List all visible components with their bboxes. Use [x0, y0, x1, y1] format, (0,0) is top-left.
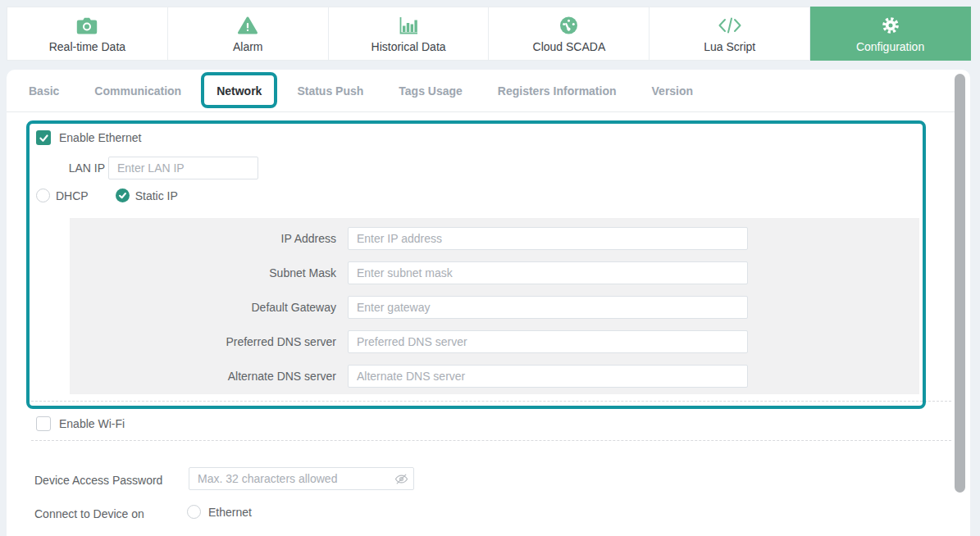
- enable-ethernet-checkbox[interactable]: [36, 130, 51, 145]
- tab-network[interactable]: Network: [217, 84, 262, 98]
- tab-communication[interactable]: Communication: [94, 84, 181, 98]
- configuration-tab-bar: Basic Communication Network Status Push …: [7, 70, 955, 112]
- nav-tab-label: Lua Script: [704, 40, 755, 53]
- default-gateway-row: Default Gateway: [70, 296, 919, 319]
- device-access-password-label: Device Access Password: [34, 474, 162, 487]
- preferred-dns-input[interactable]: [348, 330, 748, 353]
- enable-ethernet-label: Enable Ethernet: [59, 131, 141, 144]
- device-access-password-field: [189, 467, 414, 490]
- nav-tab-cloud-scada[interactable]: Cloud SCADA: [489, 7, 650, 61]
- tab-status-push[interactable]: Status Push: [297, 84, 363, 98]
- connect-to-device-radio-group: Ethernet: [187, 505, 252, 519]
- preferred-dns-row: Preferred DNS server: [70, 330, 919, 353]
- vertical-scrollbar[interactable]: [955, 74, 965, 493]
- tab-tags-usage[interactable]: Tags Usage: [399, 84, 463, 98]
- subnet-mask-row: Subnet Mask: [70, 261, 919, 284]
- gauge-icon: [558, 15, 579, 36]
- lan-ip-row: LAN IP: [36, 157, 258, 179]
- ethernet-connect-radio-label: Ethernet: [208, 506, 252, 519]
- ip-address-label: IP Address: [70, 232, 336, 245]
- device-access-password-input[interactable]: [189, 467, 414, 490]
- nav-tab-alarm[interactable]: Alarm: [168, 7, 329, 61]
- camera-icon: [76, 15, 98, 36]
- gear-icon: [881, 15, 900, 36]
- nav-tab-historical-data[interactable]: Historical Data: [329, 7, 490, 61]
- nav-tab-label: Real-time Data: [49, 40, 125, 53]
- section-divider: [31, 440, 951, 441]
- nav-tab-label: Historical Data: [371, 40, 446, 53]
- static-ip-radio[interactable]: [116, 189, 130, 202]
- bar-chart-icon: [398, 15, 419, 36]
- enable-wifi-label: Enable Wi-Fi: [59, 417, 125, 430]
- warning-triangle-icon: [237, 15, 258, 36]
- top-navigation: Real-time Data Alarm: [7, 7, 971, 61]
- nav-tab-label: Cloud SCADA: [533, 40, 606, 53]
- lan-ip-input[interactable]: [108, 157, 258, 179]
- enable-wifi-checkbox[interactable]: [36, 416, 51, 431]
- default-gateway-input[interactable]: [348, 296, 748, 319]
- tab-label: Network: [217, 84, 262, 98]
- ip-address-row: IP Address: [70, 227, 919, 250]
- ip-address-input[interactable]: [348, 227, 748, 250]
- nav-tab-lua-script[interactable]: Lua Script: [650, 7, 810, 61]
- nav-tab-configuration[interactable]: Configuration: [810, 7, 971, 61]
- checkmark-icon: [118, 191, 127, 200]
- lan-ip-label: LAN IP: [36, 161, 105, 175]
- subnet-mask-label: Subnet Mask: [70, 266, 336, 279]
- tab-version[interactable]: Version: [652, 84, 694, 98]
- alternate-dns-row: Alternate DNS server: [70, 365, 919, 388]
- nav-tab-label: Alarm: [233, 40, 263, 53]
- nav-tab-label: Configuration: [856, 40, 924, 53]
- section-divider: [31, 401, 951, 402]
- nav-tab-realtime-data[interactable]: Real-time Data: [7, 7, 168, 61]
- content-panel: Basic Communication Network Status Push …: [7, 70, 970, 536]
- tab-registers-information[interactable]: Registers Information: [498, 84, 617, 98]
- alternate-dns-input[interactable]: [348, 365, 748, 388]
- static-ip-settings-panel: IP Address Subnet Mask Default Gateway P…: [70, 218, 919, 394]
- default-gateway-label: Default Gateway: [70, 301, 336, 314]
- ethernet-connect-radio[interactable]: [187, 505, 201, 519]
- enable-wifi-row: Enable Wi-Fi: [36, 416, 125, 431]
- dhcp-radio[interactable]: [36, 189, 50, 202]
- enable-ethernet-row: Enable Ethernet: [36, 130, 141, 145]
- static-ip-radio-label: Static IP: [135, 189, 178, 202]
- eye-off-icon[interactable]: [394, 472, 408, 486]
- code-icon: [718, 15, 742, 36]
- subnet-mask-input[interactable]: [348, 261, 748, 284]
- tab-basic[interactable]: Basic: [29, 84, 59, 98]
- ip-mode-radio-group: DHCP Static IP: [36, 189, 178, 202]
- alternate-dns-label: Alternate DNS server: [70, 370, 336, 383]
- checkmark-icon: [39, 133, 49, 143]
- dhcp-radio-label: DHCP: [56, 189, 89, 202]
- preferred-dns-label: Preferred DNS server: [70, 335, 336, 348]
- connect-to-device-label: Connect to Device on: [34, 507, 144, 520]
